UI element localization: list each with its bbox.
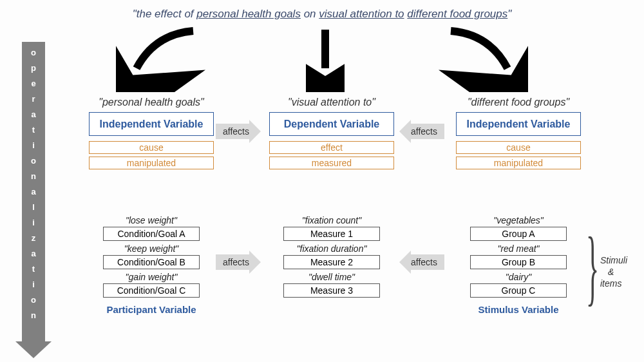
arrow-to-right-column bbox=[438, 24, 528, 92]
arrow-to-left-column bbox=[116, 24, 206, 92]
left-tag-cause: cause bbox=[89, 141, 214, 154]
left-item-box-0: Condition/Goal A bbox=[103, 227, 200, 241]
mid-variable-type-box: Dependent Variable bbox=[269, 112, 394, 136]
title-mid: on bbox=[301, 8, 319, 20]
mid-variable-type: Dependent Variable bbox=[284, 119, 380, 129]
right-item-label-0: "vegetables" bbox=[444, 215, 592, 225]
mid-header-quote: "visual attention to" bbox=[258, 97, 406, 108]
mid-item-box-1: Measure 2 bbox=[283, 255, 380, 269]
left-header-quote: "personal health goals" bbox=[77, 97, 225, 108]
left-variable-type-box: Independent Variable bbox=[89, 112, 214, 136]
operationalization-label: operationalization bbox=[22, 45, 45, 323]
bracket-line-3: items bbox=[600, 278, 621, 289]
title-suffix: " bbox=[507, 8, 511, 20]
mid-item-label-1: "fixation duration" bbox=[258, 243, 406, 254]
title-of: of bbox=[182, 8, 197, 20]
bracket-line-2: & bbox=[600, 267, 614, 277]
left-item-label-0: "lose weight" bbox=[77, 215, 225, 225]
mid-tag-measured: measured bbox=[269, 157, 394, 169]
column-right-lower: "vegetables" Group A "red meat" Group B … bbox=[444, 213, 592, 315]
right-item-box-2: Group C bbox=[470, 283, 567, 298]
affects-label-bottom-right: affects bbox=[411, 257, 437, 267]
bracket-line-1: Stimuli bbox=[600, 255, 627, 265]
right-bottom-label: Stimulus Variable bbox=[444, 304, 592, 315]
right-header-quote: "different food groups" bbox=[444, 97, 592, 108]
title-prefix: "the bbox=[133, 8, 155, 20]
right-variable-type-box: Independent Variable bbox=[456, 112, 581, 136]
left-item-box-2: Condition/Goal C bbox=[103, 283, 200, 298]
right-tag-manipulated: manipulated bbox=[456, 157, 581, 169]
arrow-to-mid-column bbox=[306, 24, 345, 92]
bracket-label: Stimuli & items bbox=[600, 254, 627, 290]
right-item-box-0: Group A bbox=[470, 227, 567, 241]
right-variable-type: Independent Variable bbox=[467, 119, 571, 129]
title-underline-1: personal health goals bbox=[196, 8, 301, 20]
column-mid-upper: "visual attention to" Dependent Variable… bbox=[258, 97, 406, 172]
column-right-upper: "different food groups" Independent Vari… bbox=[444, 97, 592, 172]
title-underline-3: different food groups bbox=[407, 8, 507, 20]
right-item-box-1: Group B bbox=[470, 255, 567, 269]
column-left-upper: "personal health goals" Independent Vari… bbox=[77, 97, 225, 172]
sidebar-arrow-down-icon bbox=[15, 341, 52, 358]
mid-item-box-2: Measure 3 bbox=[283, 283, 380, 298]
left-item-label-2: "gain weight" bbox=[77, 272, 225, 282]
research-question-title: "the effect of personal health goals on … bbox=[0, 8, 644, 21]
title-effect: effect bbox=[155, 8, 182, 20]
left-item-box-1: Condition/Goal B bbox=[103, 255, 200, 269]
column-mid-lower: "fixation count" Measure 1 "fixation dur… bbox=[258, 213, 406, 298]
title-underline-2: visual attention to bbox=[319, 8, 404, 20]
affects-label-bottom-left: affects bbox=[223, 257, 249, 267]
column-left-lower: "lose weight" Condition/Goal A "keep wei… bbox=[77, 213, 225, 315]
right-item-label-1: "red meat" bbox=[444, 243, 592, 254]
right-item-label-2: "dairy" bbox=[444, 272, 592, 282]
curly-bracket-icon: } bbox=[586, 218, 599, 316]
right-tag-cause: cause bbox=[456, 141, 581, 154]
mid-item-label-2: "dwell time" bbox=[258, 272, 406, 282]
mid-item-box-0: Measure 1 bbox=[283, 227, 380, 241]
left-item-label-1: "keep weight" bbox=[77, 243, 225, 254]
mid-item-label-0: "fixation count" bbox=[258, 215, 406, 225]
left-bottom-label: Participant Variable bbox=[77, 304, 225, 315]
affects-label-top-left: affects bbox=[223, 126, 249, 137]
left-tag-manipulated: manipulated bbox=[89, 157, 214, 169]
mid-tag-effect: effect bbox=[269, 141, 394, 154]
affects-label-top-right: affects bbox=[411, 126, 437, 137]
left-variable-type: Independent Variable bbox=[100, 119, 204, 129]
